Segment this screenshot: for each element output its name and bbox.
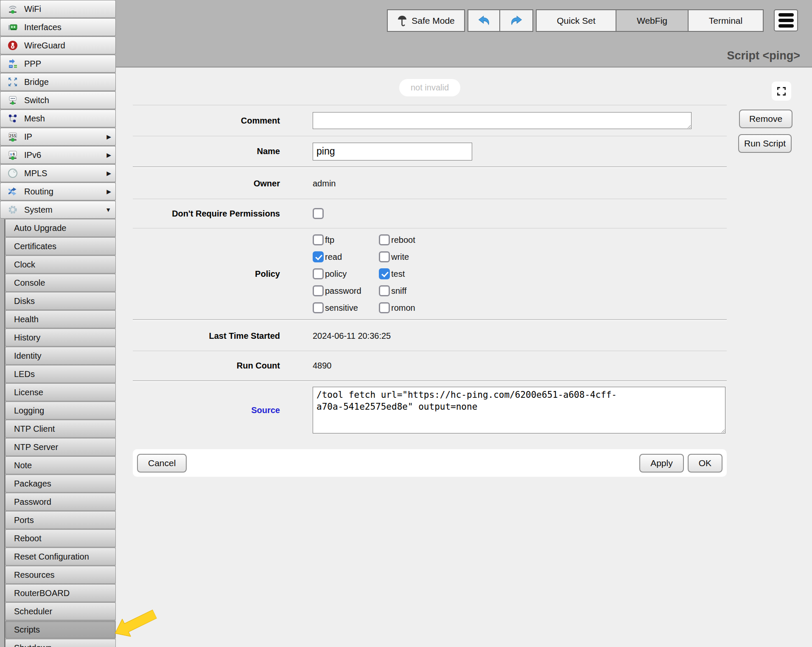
- redo-button[interactable]: [499, 9, 533, 32]
- sidebar-item-clock[interactable]: Clock: [5, 256, 116, 273]
- policy-sniff-checkbox[interactable]: [379, 285, 390, 296]
- svg-text:255: 255: [9, 134, 16, 138]
- fullscreen-icon: [776, 86, 787, 97]
- sidebar-item-scripts[interactable]: Scripts: [5, 621, 116, 639]
- tab-terminal[interactable]: Terminal: [688, 9, 764, 32]
- wireguard-icon: [6, 39, 19, 51]
- policy-ftp-checkbox[interactable]: [313, 234, 324, 245]
- main-panel: Remove Run Script not invalid Comment Na…: [116, 67, 812, 647]
- sidebar-item-leds[interactable]: LEDs: [5, 365, 116, 383]
- apply-button[interactable]: Apply: [639, 454, 684, 473]
- sidebar-item-system[interactable]: System ▼: [0, 201, 116, 219]
- sidebar-item-scheduler[interactable]: Scheduler: [5, 602, 116, 620]
- ok-button[interactable]: OK: [688, 454, 722, 473]
- sidebar-item-label: Bridge: [24, 77, 49, 87]
- fullscreen-button[interactable]: [772, 82, 791, 101]
- sidebar-item-reset-configuration[interactable]: Reset Configuration: [5, 548, 116, 565]
- sidebar-item-label: MPLS: [24, 169, 47, 178]
- policy-read-checkbox[interactable]: [313, 251, 324, 262]
- policy-romon-checkbox[interactable]: [379, 302, 390, 313]
- sidebar-item-history[interactable]: History: [5, 329, 116, 346]
- policy-test-label: test: [391, 269, 405, 279]
- comment-input[interactable]: [313, 112, 692, 129]
- sidebar-item-certificates[interactable]: Certificates: [5, 237, 116, 255]
- hamburger-menu-button[interactable]: [774, 9, 798, 31]
- sidebar-item-mesh[interactable]: Mesh: [0, 110, 116, 127]
- sidebar-item-interfaces[interactable]: Interfaces: [0, 18, 116, 36]
- expand-arrow: ▶: [106, 170, 111, 177]
- policy-checkbox-grid: ftp reboot read write policy test passwo…: [313, 231, 472, 316]
- policy-ftp-label: ftp: [325, 235, 334, 245]
- sidebar: WiFi Interfaces WireGuard PPP Bridge: [0, 0, 116, 647]
- policy-test-checkbox[interactable]: [379, 268, 390, 279]
- last-time-started-label: Last Time Started: [133, 331, 280, 341]
- tab-quick-set[interactable]: Quick Set: [536, 9, 616, 32]
- cancel-button[interactable]: Cancel: [137, 454, 187, 473]
- collapse-arrow: ▼: [105, 206, 111, 213]
- mpls-icon: [6, 167, 19, 179]
- name-input[interactable]: [313, 143, 472, 160]
- sidebar-item-mpls[interactable]: MPLS ▶: [0, 164, 116, 182]
- sidebar-item-ntp-client[interactable]: NTP Client: [5, 420, 116, 438]
- run-script-button[interactable]: Run Script: [738, 134, 792, 153]
- sidebar-item-label: IP: [24, 132, 32, 142]
- policy-password-checkbox[interactable]: [313, 285, 324, 296]
- umbrella-icon: [397, 15, 407, 27]
- sidebar-item-routing[interactable]: Routing ▶: [0, 183, 116, 200]
- system-gear-icon: [6, 204, 19, 216]
- policy-policy-checkbox[interactable]: [313, 268, 324, 279]
- sidebar-item-ip[interactable]: 255 IP ▶: [0, 128, 116, 146]
- remove-button[interactable]: Remove: [739, 110, 792, 128]
- expand-arrow: ▶: [106, 188, 111, 195]
- sidebar-item-wifi[interactable]: WiFi: [0, 0, 116, 18]
- policy-read-label: read: [325, 252, 342, 262]
- sidebar-item-note[interactable]: Note: [5, 456, 116, 474]
- interfaces-icon: [6, 21, 19, 33]
- sidebar-item-routerboard[interactable]: RouterBOARD: [5, 584, 116, 602]
- sidebar-item-ppp[interactable]: PPP: [0, 55, 116, 73]
- policy-sensitive-checkbox[interactable]: [313, 302, 324, 313]
- sidebar-item-reboot[interactable]: Reboot: [5, 529, 116, 547]
- policy-reboot-checkbox[interactable]: [379, 234, 390, 245]
- sidebar-item-health[interactable]: Health: [5, 310, 116, 328]
- sidebar-item-license[interactable]: License: [5, 383, 116, 401]
- expand-arrow: ▶: [106, 152, 111, 158]
- safe-mode-button[interactable]: Safe Mode: [387, 9, 465, 32]
- script-form: not invalid Comment Name Owner admin Don…: [133, 68, 727, 477]
- sidebar-item-label: PPP: [24, 59, 41, 69]
- sidebar-item-password[interactable]: Password: [5, 493, 116, 511]
- ipv6-icon: v6: [6, 149, 19, 161]
- terminal-label: Terminal: [709, 16, 742, 26]
- ppp-icon: [6, 58, 19, 70]
- policy-reboot-label: reboot: [391, 235, 415, 245]
- tab-webfig[interactable]: WebFig: [616, 9, 689, 32]
- sidebar-item-packages[interactable]: Packages: [5, 475, 116, 492]
- sidebar-item-resources[interactable]: Resources: [5, 566, 116, 584]
- dont-require-permissions-checkbox[interactable]: [313, 208, 324, 219]
- sidebar-item-console[interactable]: Console: [5, 274, 116, 292]
- owner-value: admin: [313, 179, 336, 188]
- undo-button[interactable]: [468, 9, 500, 32]
- policy-sniff-label: sniff: [391, 286, 406, 296]
- sidebar-item-disks[interactable]: Disks: [5, 292, 116, 310]
- owner-label: Owner: [133, 179, 280, 188]
- run-count-value: 4890: [313, 361, 332, 371]
- sidebar-item-bridge[interactable]: Bridge: [0, 73, 116, 91]
- policy-password-label: password: [325, 286, 361, 296]
- source-input[interactable]: /tool fetch url="https://hc-ping.com/620…: [313, 387, 725, 433]
- source-label: Source: [133, 405, 280, 415]
- sidebar-item-identity[interactable]: Identity: [5, 347, 116, 365]
- status-badge: not invalid: [399, 79, 460, 96]
- sidebar-item-shutdown[interactable]: Shutdown: [5, 639, 116, 647]
- sidebar-item-ipv6[interactable]: v6 IPv6 ▶: [0, 146, 116, 164]
- sidebar-item-auto-upgrade[interactable]: Auto Upgrade: [5, 219, 116, 237]
- policy-sensitive-label: sensitive: [325, 303, 358, 313]
- sidebar-item-logging[interactable]: Logging: [5, 402, 116, 419]
- mesh-icon: [6, 113, 19, 124]
- hamburger-icon: [778, 13, 794, 17]
- sidebar-item-ports[interactable]: Ports: [5, 511, 116, 529]
- sidebar-item-switch[interactable]: Switch: [0, 91, 116, 109]
- sidebar-item-ntp-server[interactable]: NTP Server: [5, 438, 116, 456]
- policy-write-checkbox[interactable]: [379, 251, 390, 262]
- sidebar-item-wireguard[interactable]: WireGuard: [0, 37, 116, 54]
